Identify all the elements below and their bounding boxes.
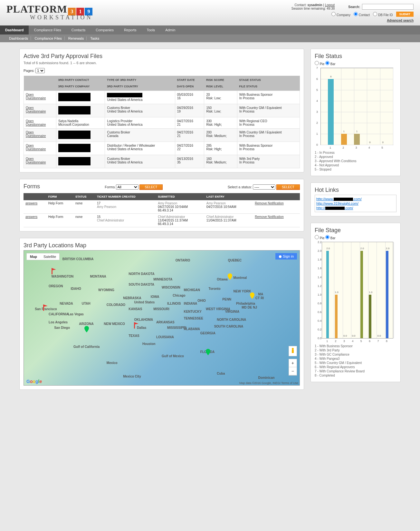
radio-dbfile[interactable]: DB File ID (373, 12, 393, 17)
map-label: Chicago (173, 294, 185, 297)
answers-link[interactable]: answers (25, 215, 37, 219)
panel-approval-files: Active 3rd Party Approval Files Total of… (19, 49, 304, 172)
file-stage-legend: 1 - With Business Sponsor2 - With 3rd Pa… (315, 344, 396, 377)
map-canvas[interactable]: Map Satellite Sign in + − BRITISH COLUMB… (24, 250, 300, 386)
header-right: Contact: sysadmin | Logout Session time … (291, 3, 414, 22)
zoom-control[interactable]: + − (289, 359, 297, 376)
map-pin-yellow[interactable] (228, 273, 232, 280)
map-pin-green[interactable] (206, 349, 210, 355)
tab-companies[interactable]: Companies (91, 25, 119, 34)
file-stage-chart: 0.00.20.40.60.81.01.21.41.61.82.02.22.01… (322, 242, 393, 339)
map-label: Philadelphia (236, 302, 255, 305)
map-label: ARIZONA (79, 322, 94, 326)
map-label: OHIO (197, 299, 206, 302)
hotlink-1[interactable]: http://www..com/ (316, 197, 395, 201)
map-signin-button[interactable]: Sign in (275, 253, 297, 260)
map-tab-satellite[interactable]: Satellite (40, 253, 59, 260)
open-link[interactable]: Open (26, 144, 33, 147)
map-label: KANSAS (129, 307, 142, 311)
map-pin-red[interactable] (43, 304, 48, 311)
questionnaire-link[interactable]: Questionnaire (26, 147, 46, 151)
subnav-compliance[interactable]: Compliance Files (32, 36, 64, 40)
subnav-dashboards[interactable]: Dashboards (6, 36, 31, 40)
file-status-chart: 012345676112130405 (320, 68, 393, 145)
open-link[interactable]: Open (26, 106, 33, 110)
tab-compliance-files[interactable]: Compliance Files (29, 25, 66, 34)
chart-bar: 1 (341, 134, 347, 145)
tab-dashboard[interactable]: Dashboard (0, 25, 29, 34)
map-label: MD DE NJ (242, 306, 257, 309)
map-label: Mexico City (123, 375, 141, 378)
tab-reports[interactable]: Reports (119, 25, 142, 34)
map-label: OKLAHOMA (134, 318, 153, 321)
chart-bar: 1 (354, 134, 360, 145)
map-pin-yellow[interactable] (250, 292, 254, 299)
table-row: OpenQuestionnaire Customs BrokerUnited S… (24, 104, 300, 117)
status-select-button[interactable]: SELECT (276, 184, 300, 190)
submit-button[interactable]: SUBMIT (396, 12, 414, 17)
stage-pie-radio[interactable]: Pie (315, 236, 324, 240)
map-label: LOUISIANA (156, 335, 174, 339)
tab-contacts[interactable]: Contacts (66, 25, 91, 34)
map-label: CT RI (255, 296, 264, 300)
map-label: Ottawa (217, 278, 227, 281)
subnav-renewals[interactable]: Renewals (66, 36, 87, 40)
questionnaire-link[interactable]: Questionnaire (26, 96, 46, 100)
zoom-in-button[interactable]: + (289, 359, 297, 367)
status-select[interactable]: ---- (253, 184, 275, 190)
advanced-search-link[interactable]: Advanced search (387, 19, 414, 22)
map-label: GEORGIA (200, 331, 215, 335)
map-label: Cuba (217, 372, 225, 375)
open-link[interactable]: Open (26, 93, 33, 96)
hotlink-2[interactable]: http://www.319insight.com/ (316, 202, 395, 205)
forms-select-button[interactable]: SELECT (139, 184, 163, 190)
map-label: WASHINGTON (52, 275, 74, 278)
status-bar-radio[interactable]: Bar (325, 62, 335, 66)
map-title: 3rd Party Locations Map (24, 242, 300, 249)
panel-map: 3rd Party Locations Map Map Satellite Si… (19, 238, 304, 390)
logout-link[interactable]: Logout (325, 3, 335, 7)
map-pin-red[interactable] (52, 268, 56, 274)
map-label: IDAHO (71, 287, 81, 290)
open-link[interactable]: Open (26, 157, 33, 161)
table-row: OpenQuestionnaire Distributor / Reseller… (24, 142, 300, 155)
search-input[interactable] (362, 4, 414, 10)
subnav-tasks[interactable]: Tasks (88, 36, 102, 40)
radio-company[interactable]: Company (331, 12, 350, 17)
open-link[interactable]: Open (26, 119, 33, 123)
zoom-out-button[interactable]: − (289, 367, 297, 375)
radio-contact[interactable]: Contact (354, 12, 370, 17)
hotlink-3[interactable]: http://.com/ (316, 206, 395, 210)
session-time: 49:38 (327, 7, 335, 10)
map-pin-red[interactable] (134, 322, 138, 329)
questionnaire-link[interactable]: Questionnaire (26, 161, 46, 164)
map-label: COLORADO (107, 303, 125, 307)
map-label: NEW YORK (234, 290, 251, 293)
open-link[interactable]: Open (26, 131, 33, 134)
forms-select[interactable]: All (116, 184, 138, 190)
tab-tools[interactable]: Tools (141, 25, 160, 34)
status-pie-radio[interactable]: Pie (315, 62, 324, 66)
remove-notification-link[interactable]: Remove Notification (255, 215, 283, 219)
map-label: NEW MEXICO (104, 322, 125, 326)
questionnaire-link[interactable]: Questionnaire (26, 134, 46, 138)
logo-text: PLATFORM (6, 3, 67, 15)
remove-notification-link[interactable]: Remove Notification (255, 202, 283, 205)
map-type-control[interactable]: Map Satellite (26, 253, 60, 260)
answers-link[interactable]: answers (25, 202, 37, 205)
approval-title: Active 3rd Party Approval Files (24, 53, 300, 60)
contact-label: Contact: (294, 3, 306, 7)
pegman-icon[interactable] (289, 346, 297, 356)
chart-bar: 2.0 (386, 251, 388, 338)
map-label: MA (258, 292, 263, 296)
tab-admin[interactable]: Admin (160, 25, 180, 34)
map-label: United States (134, 300, 155, 304)
chart-bar: 2.0 (360, 251, 363, 338)
questionnaire-link[interactable]: Questionnaire (26, 110, 46, 113)
map-pin-green[interactable] (84, 326, 89, 332)
questionnaire-link[interactable]: Questionnaire (26, 123, 46, 126)
map-tab-map[interactable]: Map (27, 253, 40, 260)
stage-bar-radio[interactable]: Bar (325, 236, 335, 240)
table-row: OpenQuestionnaire Customs BrokerUnited S… (24, 155, 300, 168)
pages-select[interactable]: 1 (35, 68, 45, 73)
